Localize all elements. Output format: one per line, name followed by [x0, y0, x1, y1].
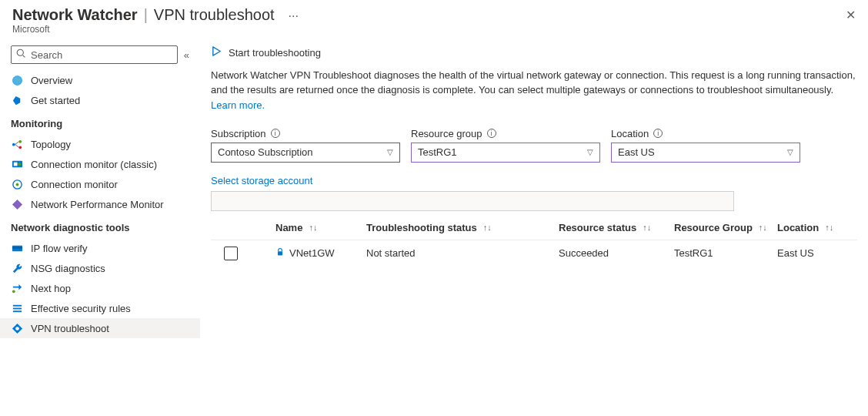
sidebar-item-nsg[interactable]: NSG diagnostics: [0, 258, 200, 278]
group-monitoring: Monitoring: [0, 110, 200, 134]
sidebar-item-next-hop[interactable]: Next hop: [0, 278, 200, 298]
svg-point-15: [12, 290, 15, 293]
subscription-label: Subscription: [211, 128, 266, 139]
sidebar-item-esr[interactable]: Effective security rules: [0, 298, 200, 318]
main-content: Start troubleshooting Network Watcher VP…: [200, 39, 868, 341]
service-name: Network Watcher: [12, 6, 138, 24]
dropdown-value: TestRG1: [418, 146, 457, 158]
sidebar-item-vpn-troubleshoot[interactable]: VPN troubleshoot: [0, 318, 200, 338]
svg-line-6: [15, 141, 18, 144]
list-icon: [11, 302, 23, 314]
svg-point-12: [15, 183, 18, 186]
play-icon[interactable]: [211, 45, 222, 59]
cell-loc: East US: [777, 247, 854, 259]
learn-more-link[interactable]: Learn more.: [211, 99, 265, 111]
info-icon[interactable]: i: [487, 129, 496, 138]
col-header-rs[interactable]: Resource status↑↓: [559, 222, 674, 233]
group-diag: Network diagnostic tools: [0, 214, 200, 238]
location-label: Location: [611, 128, 649, 139]
sidebar-item-overview[interactable]: Overview: [0, 70, 200, 90]
diamond-icon: [11, 198, 23, 210]
svg-point-4: [18, 139, 22, 143]
sort-icon: ↑↓: [820, 223, 833, 232]
location-dropdown[interactable]: East US ▽: [611, 143, 800, 163]
dropdown-value: East US: [618, 146, 655, 158]
close-icon[interactable]: ✕: [846, 8, 856, 22]
toolbar: Start troubleshooting: [211, 42, 857, 69]
col-header-loc[interactable]: Location↑↓: [777, 222, 854, 233]
search-input[interactable]: Search: [11, 45, 178, 64]
svg-point-19: [15, 327, 19, 330]
col-header-rg[interactable]: Resource Group↑↓: [674, 222, 777, 233]
dropdown-value: Contoso Subscription: [218, 146, 313, 158]
col-header-name[interactable]: Name↑↓: [275, 222, 366, 233]
cell-rg: TestRG1: [674, 247, 777, 259]
subscription-dropdown[interactable]: Contoso Subscription ▽: [211, 143, 400, 163]
sidebar-item-label: Effective security rules: [31, 303, 131, 314]
cell-value: VNet1GW: [289, 247, 335, 259]
svg-point-10: [18, 163, 21, 166]
table-filter-bar[interactable]: [211, 191, 734, 211]
table-row[interactable]: VNet1GW Not started Succeeded TestRG1 Ea…: [211, 240, 857, 267]
chevron-down-icon: ▽: [587, 148, 593, 156]
sort-icon: ↑↓: [479, 223, 492, 232]
collapse-sidebar-icon[interactable]: «: [184, 49, 189, 61]
svg-line-7: [15, 144, 18, 147]
start-troubleshooting-button[interactable]: Start troubleshooting: [229, 47, 321, 59]
wrench-icon: [11, 262, 23, 274]
col-header-ts[interactable]: Troubleshooting status↑↓: [366, 222, 559, 233]
sidebar-item-conn-monitor-classic[interactable]: Connection monitor (classic): [0, 154, 200, 174]
table-header-row: Name↑↓ Troubleshooting status↑↓ Resource…: [211, 216, 857, 240]
card-icon: [11, 242, 23, 254]
sidebar-item-label: NSG diagnostics: [31, 263, 105, 274]
sidebar-item-label: Network Performance Monitor: [31, 199, 164, 210]
filter-row: Subscription i Contoso Subscription ▽ Re…: [211, 128, 857, 163]
rg-label: Resource group: [411, 128, 482, 139]
vpn-icon: [11, 322, 23, 334]
select-storage-link[interactable]: Select storage account: [211, 175, 312, 186]
rocket-icon: [11, 94, 23, 106]
monitor-icon: [11, 178, 23, 190]
row-checkbox[interactable]: [224, 247, 238, 260]
sidebar-item-label: IP flow verify: [31, 243, 87, 254]
globe-icon: [11, 74, 23, 86]
sort-icon: ↑↓: [754, 223, 767, 232]
svg-rect-20: [278, 251, 282, 255]
info-icon[interactable]: i: [271, 129, 280, 138]
svg-point-2: [12, 75, 22, 85]
svg-point-0: [17, 49, 23, 55]
sidebar-item-topology[interactable]: Topology: [0, 134, 200, 154]
search-placeholder: Search: [31, 49, 62, 61]
info-icon[interactable]: i: [653, 129, 663, 138]
sidebar-item-ip-flow[interactable]: IP flow verify: [0, 238, 200, 258]
description-text: Network Watcher VPN Troubleshoot diagnos…: [211, 69, 857, 99]
header: Network Watcher | VPN troubleshoot ··· M…: [0, 0, 868, 39]
svg-rect-14: [12, 247, 22, 248]
sort-icon: ↑↓: [638, 223, 651, 232]
search-icon: [16, 49, 26, 61]
title-divider: |: [141, 6, 151, 24]
chevron-down-icon: ▽: [387, 148, 393, 156]
monitor-classic-icon: [11, 158, 23, 170]
header-subtitle: Microsoft: [12, 24, 856, 35]
results-table: Name↑↓ Troubleshooting status↑↓ Resource…: [211, 216, 857, 267]
page-name: VPN troubleshoot: [154, 6, 275, 24]
swap-icon: [11, 282, 23, 294]
resource-group-dropdown[interactable]: TestRG1 ▽: [411, 143, 600, 163]
sidebar-item-label: Get started: [31, 95, 80, 106]
sidebar-item-label: Overview: [31, 75, 72, 86]
sidebar-item-conn-monitor[interactable]: Connection monitor: [0, 174, 200, 194]
cell-ts: Not started: [366, 247, 559, 259]
more-actions[interactable]: ···: [278, 9, 299, 23]
svg-rect-18: [12, 310, 21, 312]
topology-icon: [11, 138, 23, 150]
sidebar-item-get-started[interactable]: Get started: [0, 90, 200, 110]
svg-point-5: [18, 146, 22, 149]
svg-rect-9: [13, 162, 17, 166]
svg-rect-17: [12, 307, 21, 309]
resource-name-cell[interactable]: VNet1GW: [275, 247, 335, 259]
sidebar-item-label: Connection monitor (classic): [31, 159, 157, 170]
sidebar-item-npm[interactable]: Network Performance Monitor: [0, 194, 200, 214]
sidebar-item-label: Topology: [31, 139, 71, 150]
chevron-down-icon: ▽: [787, 148, 793, 156]
